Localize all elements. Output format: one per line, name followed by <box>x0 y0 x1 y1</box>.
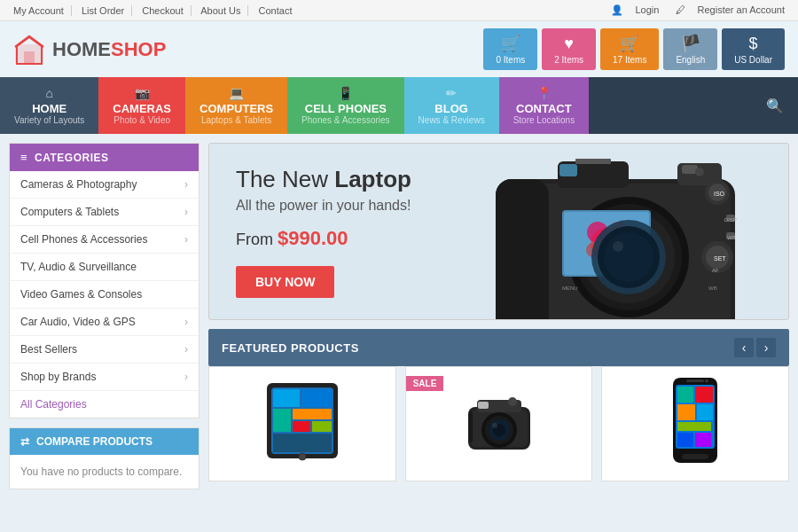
login-link[interactable]: Login <box>635 4 659 15</box>
header-icon-group: 🛒 0 Items ♥ 2 Items 🛒 17 Items 🏴 English… <box>483 28 785 70</box>
svg-rect-4 <box>496 179 549 320</box>
nav-cellphones-sub: Phones & Accessories <box>301 115 390 125</box>
featured-title: FEATURED PRODUCTS <box>222 341 359 355</box>
svg-text:WB: WB <box>708 286 717 291</box>
camera-nav-icon: 📷 <box>135 86 150 100</box>
svg-rect-43 <box>293 409 332 419</box>
search-icon: 🔍 <box>766 98 784 114</box>
svg-rect-62 <box>695 387 713 403</box>
product-card-tablet[interactable] <box>208 366 396 481</box>
camera2-svg <box>464 380 535 460</box>
svg-rect-69 <box>686 379 704 382</box>
compare-icon: ⇄ <box>20 435 29 448</box>
banner-price: From $990.00 <box>236 227 411 250</box>
banner-title-start: The New <box>236 166 334 192</box>
svg-rect-41 <box>301 389 332 407</box>
cart-icon: 🛒 <box>501 34 520 53</box>
svg-point-20 <box>613 241 623 252</box>
cat-cameras[interactable]: Cameras & Photography <box>10 171 199 199</box>
svg-rect-65 <box>677 422 711 431</box>
cat-best-sellers[interactable]: Best Sellers <box>10 336 199 364</box>
contact-nav-icon: 📍 <box>536 86 552 100</box>
banner-price-value: $990.00 <box>278 227 348 249</box>
phone-nav-icon: 📱 <box>338 86 353 100</box>
featured-next-button[interactable]: › <box>756 338 776 357</box>
product-card-phone[interactable] <box>601 366 789 481</box>
nav-cameras[interactable]: 📷 CAMERAS Photo & Video <box>98 77 185 134</box>
cat-phones[interactable]: Cell Phones & Accessories <box>10 226 199 254</box>
blog-nav-icon: ✏ <box>446 86 457 100</box>
nav-search-button[interactable]: 🔍 <box>752 77 798 134</box>
featured-header: FEATURED PRODUCTS ‹ › <box>208 329 789 366</box>
nav-blog-sub: News & Reviews <box>419 115 485 125</box>
nav-home[interactable]: ⌂ HOME Variety of Layouts <box>0 77 98 134</box>
categories-icon: ≡ <box>20 151 27 164</box>
categories-panel: ≡ CATEGORIES Cameras & Photography Compu… <box>9 143 200 419</box>
link-about-us[interactable]: About Us <box>200 5 248 16</box>
categories-title: CATEGORIES <box>35 152 108 164</box>
products-row: SALE <box>208 366 789 481</box>
dollar-icon: $ <box>749 35 758 53</box>
svg-text:DISP: DISP <box>724 217 737 223</box>
currency-button[interactable]: $ US Dollar <box>722 28 785 70</box>
link-list-order[interactable]: List Order <box>82 5 132 16</box>
person-icon: 👤 <box>611 4 623 15</box>
checkout-button[interactable]: 🛒 17 Items <box>600 28 659 70</box>
cart-label: 0 Items <box>496 55 525 65</box>
svg-rect-1 <box>24 51 35 64</box>
compare-header: ⇄ COMPARE PRODUCTS <box>10 428 199 455</box>
banner-subtitle: All the power in your hands! <box>236 198 411 214</box>
categories-header: ≡ CATEGORIES <box>10 144 199 171</box>
computer-nav-icon: 💻 <box>229 86 244 100</box>
language-button[interactable]: 🏴 English <box>663 28 717 70</box>
svg-rect-45 <box>312 421 332 432</box>
wishlist-button[interactable]: ♥ 2 Items <box>542 28 596 70</box>
nav-blog[interactable]: ✏ BLOG News & Reviews <box>404 77 499 134</box>
cat-brands[interactable]: Shop by Brands <box>10 364 199 391</box>
top-bar-auth: 👤 Login 🖊 Register an Account <box>602 4 785 16</box>
cat-computers[interactable]: Computers & Tablets <box>10 199 199 226</box>
home-icon: ⌂ <box>45 86 52 100</box>
svg-rect-40 <box>273 389 300 407</box>
compare-empty-text: You have no products to compare. <box>10 455 199 489</box>
logo[interactable]: HOMESHOP <box>13 34 166 66</box>
nav-computers[interactable]: 💻 COMPUTERS Laptops & Tablets <box>185 77 287 134</box>
cat-tv[interactable]: TV, Audio & Surveillance <box>10 254 199 281</box>
cat-car-audio[interactable]: Car Audio, Video & GPS <box>10 309 199 336</box>
product-card-camera[interactable]: SALE <box>405 366 593 481</box>
svg-point-55 <box>492 423 497 428</box>
svg-rect-67 <box>695 433 711 447</box>
sale-badge: SALE <box>406 376 444 391</box>
banner-text: The New Laptop All the power in your han… <box>209 143 438 320</box>
compare-panel: ⇄ COMPARE PRODUCTS You have no products … <box>9 427 200 489</box>
svg-rect-57 <box>469 411 473 442</box>
language-label: English <box>676 55 705 65</box>
flag-icon: 🏴 <box>681 34 700 53</box>
svg-rect-63 <box>677 404 695 420</box>
link-my-account[interactable]: My Account <box>13 5 72 16</box>
compare-title: COMPARE PRODUCTS <box>36 435 153 448</box>
featured-prev-button[interactable]: ‹ <box>734 338 754 357</box>
tablet-svg <box>262 379 342 463</box>
svg-text:ISO: ISO <box>714 191 725 197</box>
svg-rect-56 <box>478 402 489 409</box>
cat-games[interactable]: Video Games & Consoles <box>10 281 199 309</box>
svg-point-47 <box>299 453 306 460</box>
checkout-label: 17 Items <box>613 55 646 65</box>
nav-cellphones-label: CELL PHONES <box>305 102 387 115</box>
all-categories-link[interactable]: All Categories <box>10 391 199 418</box>
content-area: The New Laptop All the power in your han… <box>208 143 789 532</box>
svg-rect-66 <box>677 433 693 447</box>
register-link[interactable]: 🖊 Register an Account <box>670 4 785 15</box>
nav-cameras-label: CAMERAS <box>113 102 171 115</box>
nav-contact[interactable]: 📍 CONTACT Store Locations <box>499 77 590 134</box>
svg-rect-64 <box>697 404 713 420</box>
link-contact[interactable]: Contact <box>259 5 300 16</box>
heart-icon: ♥ <box>564 35 574 53</box>
link-checkout[interactable]: Checkout <box>142 5 191 16</box>
currency-label: US Dollar <box>734 55 772 65</box>
cart-button[interactable]: 🛒 0 Items <box>483 28 537 70</box>
buy-now-button[interactable]: BUY NOW <box>236 266 334 298</box>
banner-camera-image: ISO DISP W8 SET AF MENU WB <box>425 143 789 320</box>
nav-cellphones[interactable]: 📱 CELL PHONES Phones & Accessories <box>287 77 404 134</box>
